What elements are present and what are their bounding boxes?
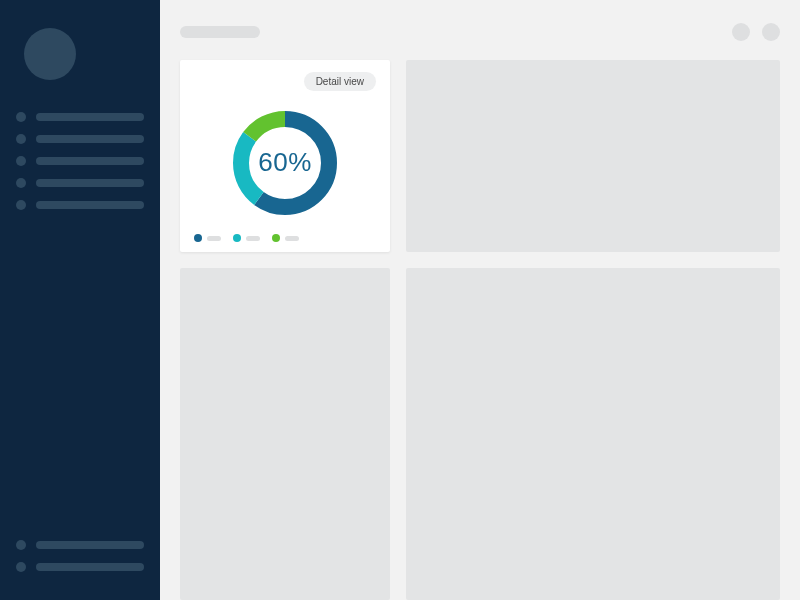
card-placeholder [180, 268, 390, 600]
bullet-icon [16, 112, 26, 122]
nav-label-placeholder [36, 113, 144, 121]
bullet-icon [16, 134, 26, 144]
detail-view-button[interactable]: Detail view [304, 72, 376, 91]
action-button[interactable] [732, 23, 750, 41]
nav-item[interactable] [16, 134, 144, 144]
nav-item[interactable] [16, 540, 144, 550]
legend-item [194, 234, 221, 242]
top-bar [180, 20, 780, 44]
nav-list-bottom [16, 540, 144, 572]
bullet-icon [16, 562, 26, 572]
nav-list-top [16, 112, 144, 210]
avatar[interactable] [24, 28, 76, 80]
bullet-icon [16, 156, 26, 166]
page-title-placeholder [180, 26, 260, 38]
main-content: Detail view 60% [160, 0, 800, 600]
nav-label-placeholder [36, 541, 144, 549]
legend-dot-icon [233, 234, 241, 242]
nav-label-placeholder [36, 157, 144, 165]
card-placeholder [406, 60, 780, 252]
card-placeholder [406, 268, 780, 600]
bullet-icon [16, 200, 26, 210]
legend-dot-icon [272, 234, 280, 242]
donut-chart: 60% [194, 95, 376, 230]
bullet-icon [16, 178, 26, 188]
chart-legend [194, 230, 376, 242]
nav-item[interactable] [16, 178, 144, 188]
dashboard-grid: Detail view 60% [180, 60, 780, 600]
action-button[interactable] [762, 23, 780, 41]
legend-label-placeholder [207, 236, 221, 241]
legend-item [272, 234, 299, 242]
legend-label-placeholder [285, 236, 299, 241]
donut-center-value: 60% [258, 147, 312, 178]
bullet-icon [16, 540, 26, 550]
nav-label-placeholder [36, 563, 144, 571]
nav-item[interactable] [16, 200, 144, 210]
nav-label-placeholder [36, 201, 144, 209]
nav-label-placeholder [36, 179, 144, 187]
legend-item [233, 234, 260, 242]
top-actions [732, 23, 780, 41]
card-header: Detail view [194, 72, 376, 91]
nav-item[interactable] [16, 156, 144, 166]
legend-label-placeholder [246, 236, 260, 241]
nav-item[interactable] [16, 562, 144, 572]
nav-label-placeholder [36, 135, 144, 143]
donut-chart-card: Detail view 60% [180, 60, 390, 252]
app-root: Detail view 60% [0, 0, 800, 600]
sidebar [0, 0, 160, 600]
legend-dot-icon [194, 234, 202, 242]
nav-item[interactable] [16, 112, 144, 122]
